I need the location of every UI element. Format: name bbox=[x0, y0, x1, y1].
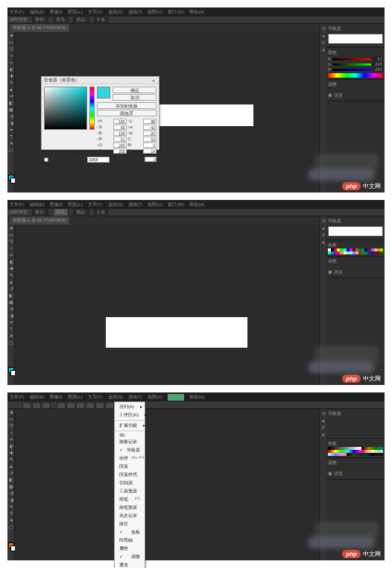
type-tool-icon[interactable]: T bbox=[7, 325, 15, 332]
lb-input[interactable]: -20 bbox=[143, 131, 157, 136]
dodge-tool-icon[interactable]: ◑ bbox=[7, 119, 15, 126]
y-input[interactable]: 14 bbox=[143, 148, 157, 154]
menu-type[interactable]: 文字(Y) bbox=[88, 394, 103, 401]
options-fill[interactable]: 填充: bbox=[53, 208, 69, 216]
shape-tool-icon[interactable]: ▢ bbox=[7, 146, 15, 153]
color-field[interactable] bbox=[44, 87, 87, 130]
crop-tool-icon[interactable]: ✂ bbox=[7, 436, 15, 442]
menu-view[interactable]: 视图(V) bbox=[148, 9, 162, 16]
adjust-tab[interactable]: 调整 bbox=[328, 82, 337, 87]
pen-tool-icon[interactable]: ✒ bbox=[7, 319, 15, 325]
hue-slider[interactable] bbox=[89, 87, 95, 130]
menu-item[interactable]: 段落 bbox=[115, 463, 145, 471]
menu-item[interactable]: 扩展功能 bbox=[115, 422, 145, 430]
blur-tool-icon[interactable]: ◔ bbox=[7, 305, 15, 312]
r-slider[interactable] bbox=[332, 58, 371, 60]
brush-tool-icon[interactable]: ✎ bbox=[7, 272, 15, 278]
shape-tool-icon[interactable]: ▢ bbox=[7, 339, 15, 345]
a-input[interactable]: -42 bbox=[143, 125, 157, 130]
r-value[interactable]: 51 bbox=[373, 57, 383, 61]
color-lib-button[interactable]: 颜色库 bbox=[97, 110, 157, 116]
cb-input[interactable]: 255 bbox=[113, 148, 127, 154]
s-input[interactable]: 80 bbox=[113, 125, 127, 130]
stamp-tool-icon[interactable]: ▲ bbox=[7, 86, 15, 93]
b-slider[interactable] bbox=[332, 69, 371, 71]
close-icon[interactable]: × bbox=[151, 78, 157, 83]
wand-tool-icon[interactable]: ✧ bbox=[7, 52, 15, 59]
m-input[interactable]: 0 bbox=[143, 143, 157, 148]
eyedropper-tool-icon[interactable]: ◐ bbox=[7, 442, 15, 449]
hue-strip[interactable] bbox=[328, 73, 383, 78]
menu-window[interactable]: 窗口(W) bbox=[168, 201, 184, 208]
bg-layer-row[interactable]: ▣ 背景 bbox=[328, 269, 383, 276]
options-stroke-pt[interactable]: 3 点 bbox=[94, 16, 108, 24]
align-btn-icon[interactable] bbox=[76, 402, 85, 409]
menu-item[interactable]: 历史记录 bbox=[115, 512, 145, 520]
type-tool-icon[interactable]: T bbox=[7, 510, 15, 516]
move-tool-icon[interactable]: ✥ bbox=[7, 32, 15, 39]
type-tool-icon[interactable]: T bbox=[7, 133, 15, 140]
swatch-cell[interactable] bbox=[380, 453, 383, 456]
stamp-tool-icon[interactable]: ▲ bbox=[7, 463, 15, 469]
menu-help[interactable]: 帮助(H) bbox=[189, 394, 204, 401]
crop-tool-icon[interactable]: ✂ bbox=[7, 251, 15, 258]
menu-file[interactable]: 文件(F) bbox=[10, 394, 25, 401]
marquee-tool-icon[interactable]: ▭ bbox=[7, 39, 15, 46]
menu-item[interactable]: 画笔F5 bbox=[115, 495, 145, 504]
dodge-tool-icon[interactable]: ◑ bbox=[7, 312, 15, 319]
options-stroke-pt[interactable]: 3 点 bbox=[94, 208, 108, 216]
navigator-thumb[interactable] bbox=[328, 34, 383, 44]
menu-item[interactable]: 色板 bbox=[115, 528, 145, 536]
shape-tool-icon[interactable]: ▢ bbox=[7, 523, 15, 530]
l-input[interactable]: 88 bbox=[143, 119, 157, 124]
marquee-tool-icon[interactable]: ▭ bbox=[7, 416, 15, 422]
menu-filter[interactable]: 滤镜(T) bbox=[128, 9, 143, 16]
canvas-area[interactable] bbox=[15, 409, 319, 560]
brush-tool-icon[interactable]: ✎ bbox=[7, 79, 15, 86]
blur-tool-icon[interactable]: ◔ bbox=[7, 489, 15, 496]
menu-view[interactable]: 视图(V) bbox=[148, 201, 162, 208]
menu-image[interactable]: 图像(I) bbox=[50, 9, 63, 16]
heal-tool-icon[interactable]: ✚ bbox=[7, 72, 15, 79]
move-tool-icon[interactable]: ✥ bbox=[7, 225, 15, 231]
options-shape[interactable]: 形状: bbox=[32, 208, 48, 216]
bg-layer-row[interactable]: ▣ 背景 bbox=[328, 93, 383, 99]
g-value[interactable]: 245 bbox=[373, 62, 383, 66]
menu-item[interactable]: 段落样式 bbox=[115, 471, 145, 479]
menu-image[interactable]: 图像(I) bbox=[50, 201, 63, 208]
menu-filter[interactable]: 滤镜(T) bbox=[128, 201, 143, 208]
k-input[interactable]: 0 bbox=[145, 157, 157, 162]
menu-item[interactable]: 仿制源 bbox=[115, 479, 145, 487]
dialog-titlebar[interactable]: 拾色器（前景色） × bbox=[42, 77, 159, 84]
color-tab[interactable]: 颜色 bbox=[328, 50, 337, 54]
g-slider[interactable] bbox=[333, 63, 371, 66]
h-input[interactable]: 183 bbox=[113, 119, 127, 124]
dodge-tool-icon[interactable]: ◑ bbox=[7, 496, 15, 503]
swatch-cell[interactable] bbox=[380, 251, 383, 254]
menu-edit[interactable]: 编辑(E) bbox=[30, 394, 45, 401]
align-btn-icon[interactable] bbox=[66, 402, 75, 409]
wand-tool-icon[interactable]: ✧ bbox=[7, 429, 15, 436]
menu-edit[interactable]: 编辑(E) bbox=[30, 201, 45, 208]
menu-image[interactable]: 图像(I) bbox=[50, 394, 63, 401]
ok-button[interactable]: 确定 bbox=[113, 87, 157, 93]
menu-filter[interactable]: 滤镜(T) bbox=[128, 394, 143, 401]
navigator-tab[interactable]: 导航器 bbox=[328, 411, 341, 416]
menu-file[interactable]: 文件(F) bbox=[10, 201, 25, 208]
path-tool-icon[interactable]: ➤ bbox=[7, 332, 15, 339]
menu-item[interactable]: 工作区(K) bbox=[115, 411, 145, 419]
tab-doc[interactable]: 未标题-1 @ 66.7%(RGB/8) bbox=[10, 216, 69, 225]
menu-view[interactable]: 视图(V) bbox=[148, 394, 162, 401]
menu-item[interactable]: 路径 bbox=[115, 520, 145, 528]
add-swatch-button[interactable]: 添加到色板 bbox=[97, 102, 157, 109]
swatches-tab[interactable]: 色板 bbox=[328, 242, 337, 247]
align-btn-icon[interactable] bbox=[42, 402, 51, 409]
menu-item[interactable]: 调整 bbox=[115, 553, 145, 561]
cancel-button[interactable]: 取消 bbox=[113, 94, 157, 101]
menu-item[interactable]: 属性 bbox=[115, 545, 145, 553]
lasso-tool-icon[interactable]: ➰ bbox=[7, 422, 15, 429]
brush-tool-icon[interactable]: ✎ bbox=[7, 456, 15, 463]
align-btn-icon[interactable] bbox=[105, 402, 114, 409]
bg-layer-row[interactable]: ▣ 背景 bbox=[328, 471, 383, 478]
align-btn-icon[interactable] bbox=[22, 402, 31, 409]
